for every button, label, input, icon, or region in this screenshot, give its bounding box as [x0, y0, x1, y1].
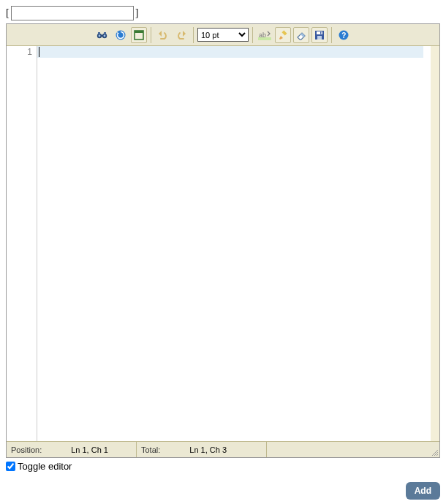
toolbar-separator [151, 27, 151, 43]
save-button[interactable] [311, 27, 328, 43]
font-size-select[interactable]: 10 pt [197, 28, 249, 42]
scrollbar-track[interactable] [431, 46, 439, 441]
highlight-button[interactable]: ab [257, 27, 273, 43]
title-input[interactable] [11, 6, 134, 20]
total-label: Total: [141, 445, 160, 454]
undo-icon [157, 30, 169, 40]
undo-button[interactable] [155, 27, 171, 43]
redo-icon [175, 30, 187, 40]
toggle-editor-checkbox[interactable] [6, 462, 15, 471]
svg-point-2 [99, 34, 101, 37]
svg-rect-16 [320, 31, 322, 34]
svg-rect-14 [317, 31, 322, 34]
svg-rect-12 [281, 30, 287, 35]
svg-text:ab: ab [259, 31, 266, 39]
refresh-button[interactable] [113, 27, 129, 43]
brush-icon [278, 30, 288, 40]
position-label: Position: [11, 445, 42, 454]
svg-rect-5 [98, 32, 100, 34]
svg-rect-15 [317, 36, 322, 40]
code-area[interactable] [37, 46, 431, 441]
line-gutter: 1 [7, 46, 37, 441]
toolbar-separator [331, 27, 332, 43]
total-value: Ln 1, Ch 3 [189, 445, 227, 454]
help-icon: ? [338, 29, 349, 41]
editor-frame: 10 pt ab [6, 23, 440, 458]
close-bracket: ] [135, 7, 139, 19]
line-number: 1 [7, 46, 32, 58]
caret [39, 47, 39, 57]
fullscreen-icon [134, 30, 144, 40]
ab-highlight-icon: ab [258, 30, 271, 40]
eraser-button[interactable] [293, 27, 309, 43]
refresh-icon [115, 29, 126, 41]
toolbar-separator [193, 27, 194, 43]
resize-grip[interactable] [429, 442, 439, 457]
brush-button[interactable] [275, 27, 291, 43]
svg-line-21 [436, 454, 438, 456]
current-line-highlight [37, 46, 423, 58]
svg-rect-6 [104, 32, 106, 34]
binoculars-icon [97, 30, 108, 40]
statusbar: Position: Ln 1, Ch 1 Total: Ln 1, Ch 3 [7, 441, 439, 457]
add-button[interactable]: Add [406, 482, 440, 500]
find-button[interactable] [94, 27, 110, 43]
fullscreen-button[interactable] [131, 27, 147, 43]
floppy-icon [314, 30, 325, 40]
svg-text:?: ? [341, 31, 346, 40]
position-value: Ln 1, Ch 1 [71, 445, 108, 454]
eraser-icon [296, 30, 306, 40]
toolbar-separator [252, 27, 253, 43]
toggle-editor-label[interactable]: Toggle editor [18, 461, 72, 472]
redo-button[interactable] [173, 27, 189, 43]
svg-rect-9 [135, 31, 143, 33]
toolbar: 10 pt ab [7, 24, 439, 46]
open-bracket: [ [6, 7, 10, 19]
grip-icon [431, 448, 438, 456]
svg-rect-4 [101, 34, 103, 36]
help-button[interactable]: ? [336, 27, 352, 43]
svg-point-3 [104, 34, 106, 37]
